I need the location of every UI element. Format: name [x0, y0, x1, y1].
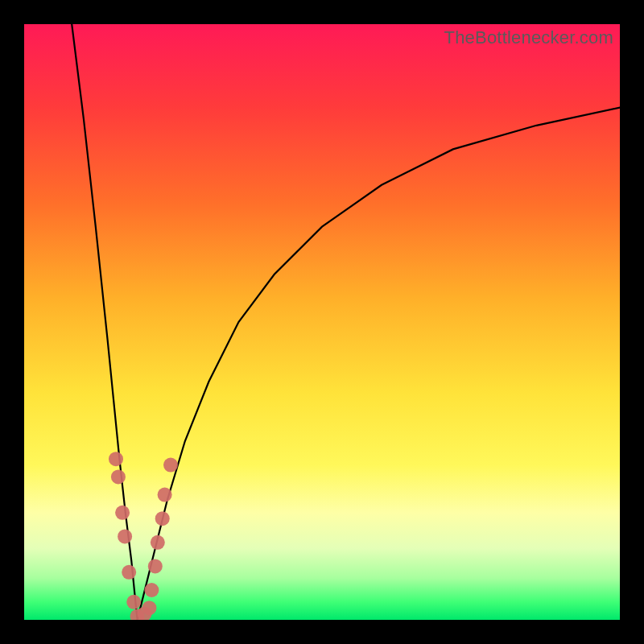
- data-marker: [144, 583, 159, 597]
- data-marker: [126, 595, 141, 609]
- data-marker: [109, 452, 123, 466]
- data-marker: [111, 469, 126, 484]
- data-marker: [155, 511, 170, 526]
- data-marker: [158, 488, 172, 502]
- data-marker: [148, 559, 163, 573]
- plot-area: TheBottlenecker.com: [24, 24, 620, 620]
- curve-layer: [24, 24, 620, 620]
- data-marker: [115, 506, 130, 520]
- data-marker: [151, 535, 165, 550]
- chart-frame: TheBottlenecker.com: [0, 0, 644, 644]
- data-marker: [163, 458, 178, 473]
- data-marker: [142, 601, 156, 615]
- curve-right-branch: [138, 108, 620, 620]
- data-marker: [122, 565, 136, 580]
- data-marker: [118, 529, 132, 543]
